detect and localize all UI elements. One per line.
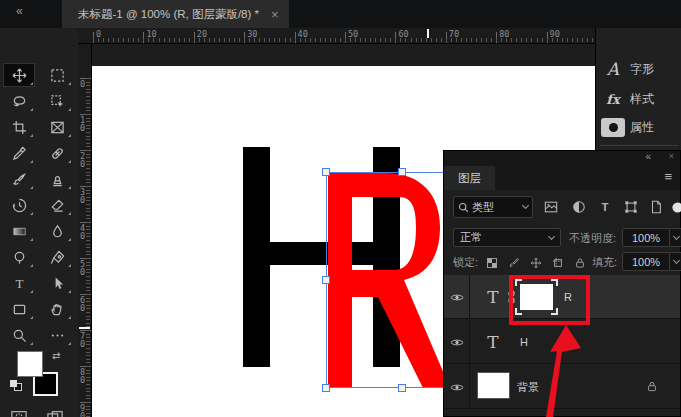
- layer-mask-thumbnail[interactable]: [520, 284, 553, 310]
- h-ruler-label: 0: [96, 29, 101, 39]
- filter-adjustment-layers-button[interactable]: [570, 198, 588, 216]
- chevron-down-icon: [548, 232, 555, 239]
- styles-fx-icon: fx: [596, 92, 630, 107]
- healing-brush-tool-button[interactable]: [42, 142, 72, 164]
- crop-tool-button[interactable]: [4, 116, 34, 138]
- blend-mode-select[interactable]: 正常: [453, 228, 561, 247]
- v-ruler-label: 5 0: [80, 260, 85, 276]
- lock-position-button[interactable]: [528, 255, 544, 271]
- pen-tool-button[interactable]: [42, 246, 72, 268]
- opacity-dropdown[interactable]: [670, 228, 681, 247]
- transform-handle-mid-left[interactable]: [322, 276, 330, 284]
- dodge-icon: [12, 250, 27, 265]
- h-ruler-label: 20: [197, 29, 207, 39]
- dock-item-properties-mask[interactable]: 属性: [596, 114, 681, 140]
- h-ruler-label: 30: [247, 29, 257, 39]
- horizontal-ruler[interactable]: 0102030405060708090: [78, 28, 595, 44]
- filter-pixel-layers-button[interactable]: [542, 198, 560, 216]
- move-tool-button[interactable]: [4, 64, 34, 86]
- history-brush-tool-button[interactable]: [4, 194, 34, 216]
- fill-dropdown[interactable]: [670, 252, 681, 271]
- layer-row-background[interactable]: 背景: [444, 365, 680, 409]
- close-tab-icon[interactable]: ×: [271, 7, 279, 22]
- transform-handle-bottom-left[interactable]: [322, 384, 330, 392]
- history-brush-icon: [12, 198, 27, 213]
- swap-colors-icon[interactable]: ⇄: [52, 350, 60, 361]
- layer-name-r[interactable]: R: [564, 275, 572, 319]
- background-layer-thumbnail[interactable]: [477, 372, 510, 399]
- panel-close-icon[interactable]: ×: [669, 151, 674, 161]
- edit-toolbar-button[interactable]: [42, 324, 72, 346]
- layer-row-r[interactable]: T R: [444, 275, 680, 319]
- panel-collapse-icon[interactable]: «: [645, 151, 650, 162]
- dock-item-styles[interactable]: fx 样式: [596, 86, 681, 112]
- pen-icon: [50, 250, 65, 265]
- quick-mask-button[interactable]: [4, 406, 34, 417]
- lasso-tool-button[interactable]: [4, 90, 34, 112]
- v-ruler-label: 2 0: [80, 152, 85, 168]
- eye-icon: [450, 338, 464, 347]
- dock-item-glyphs[interactable]: A 字形: [596, 56, 681, 82]
- brush-tool-button[interactable]: [4, 168, 34, 190]
- h-ruler-label: 10: [146, 29, 156, 39]
- frame-icon: [50, 120, 65, 135]
- transform-handle-bottom-center[interactable]: [398, 384, 406, 392]
- filter-smart-objects-button[interactable]: [647, 198, 665, 216]
- v-ruler-label: 7 0: [80, 332, 85, 348]
- opacity-input[interactable]: 100%: [622, 228, 670, 247]
- lock-artboard-button[interactable]: [550, 255, 566, 271]
- image-icon: [544, 200, 558, 214]
- visibility-toggle[interactable]: [444, 320, 470, 364]
- lock-all-button[interactable]: [572, 255, 588, 271]
- tab-layers[interactable]: 图层: [444, 166, 495, 190]
- layer-row-h[interactable]: T H: [444, 320, 680, 364]
- clone-stamp-icon: [50, 172, 65, 187]
- h-ruler-label: 70: [449, 29, 459, 39]
- layer-name-background[interactable]: 背景: [517, 365, 539, 409]
- layer-filter-type-select[interactable]: 类型: [453, 196, 533, 218]
- blur-tool-button[interactable]: [42, 220, 72, 242]
- zoom-tool-button[interactable]: [4, 324, 34, 346]
- marquee-tool-button[interactable]: [42, 64, 72, 86]
- type-layer-thumbnail[interactable]: T: [480, 320, 506, 364]
- gradient-tool-button[interactable]: [4, 220, 34, 242]
- visibility-toggle[interactable]: [444, 365, 470, 409]
- layer-filter-toggle[interactable]: [668, 198, 681, 216]
- eraser-icon: [50, 198, 65, 213]
- collapse-panels-icon[interactable]: «: [16, 4, 22, 18]
- eye-icon: [450, 383, 464, 392]
- visibility-toggle[interactable]: [444, 275, 470, 319]
- document-tab[interactable]: 未标题-1 @ 100% (R, 图层蒙版/8) * ×: [62, 0, 289, 28]
- hand-tool-button[interactable]: [42, 298, 72, 320]
- filter-type-layers-button[interactable]: T: [596, 198, 614, 216]
- layer-mask-link-icon[interactable]: [507, 290, 516, 304]
- filter-shape-layers-button[interactable]: [622, 198, 640, 216]
- transform-handle-top-left[interactable]: [322, 168, 330, 176]
- eraser-tool-button[interactable]: [42, 194, 72, 216]
- eyedropper-tool-button[interactable]: [4, 142, 34, 164]
- screen-mode-button[interactable]: [40, 406, 70, 417]
- rectangle-tool-button[interactable]: [4, 298, 34, 320]
- clone-stamp-tool-button[interactable]: [42, 168, 72, 190]
- lock-transparent-pixels-button[interactable]: [484, 255, 500, 271]
- panel-menu-icon[interactable]: ≡: [664, 169, 672, 184]
- locked-icon: [646, 380, 658, 393]
- tab-bar: « 未标题-1 @ 100% (R, 图层蒙版/8) * ×: [0, 0, 681, 28]
- lock-image-pixels-button[interactable]: [506, 255, 522, 271]
- healing-brush-icon: [50, 146, 65, 161]
- transform-handle-top-center[interactable]: [398, 168, 406, 176]
- type-tool-button[interactable]: T: [4, 272, 34, 294]
- quick-selection-tool-button[interactable]: [42, 90, 72, 112]
- frame-tool-button[interactable]: [42, 116, 72, 138]
- fill-input[interactable]: 100%: [622, 252, 670, 271]
- foreground-color-swatch[interactable]: [17, 351, 43, 377]
- dodge-tool-button[interactable]: [4, 246, 34, 268]
- vertical-ruler[interactable]: 01 02 03 04 05 06 07 08 09 0: [78, 44, 92, 417]
- dock-divider: [600, 145, 678, 146]
- type-layer-thumbnail[interactable]: T: [480, 275, 506, 319]
- h-ruler-label: 40: [298, 29, 308, 39]
- layer-name-h[interactable]: H: [520, 320, 528, 364]
- path-selection-tool-button[interactable]: [42, 272, 72, 294]
- default-colors-icon[interactable]: [10, 380, 22, 391]
- v-ruler-label: 1 0: [80, 116, 85, 132]
